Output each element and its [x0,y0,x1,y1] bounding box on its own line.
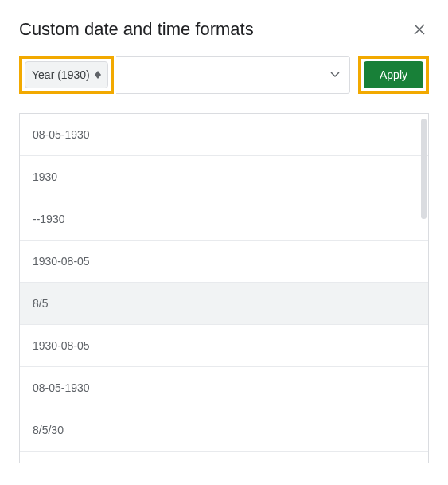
format-list-container: 08-05-19301930--19301930-08-058/51930-08… [19,113,429,463]
format-option[interactable]: 8/5/30 [20,409,428,452]
token-highlight: Year (1930) [19,56,114,94]
format-option[interactable]: 08-05-1930 [20,367,428,409]
close-button[interactable] [410,20,429,39]
close-icon [413,23,426,36]
format-option[interactable]: --1930 [20,198,428,241]
apply-highlight: Apply [358,56,429,94]
updown-icon [95,71,101,79]
token-label: Year (1930) [32,68,90,81]
format-option[interactable]: 1930-08-05 [20,325,428,367]
apply-button[interactable]: Apply [364,61,423,88]
year-token-chip[interactable]: Year (1930) [25,61,108,88]
format-input-dropdown[interactable] [116,56,350,94]
dialog-title: Custom date and time formats [19,19,254,40]
format-list: 08-05-19301930--19301930-08-058/51930-08… [20,114,428,452]
scrollbar-thumb[interactable] [421,119,427,219]
chevron-down-icon [330,72,340,78]
format-option[interactable]: 08-05-1930 [20,114,428,156]
format-option[interactable]: 8/5 [20,283,428,325]
format-option[interactable]: 1930 [20,156,428,198]
format-option[interactable]: 1930-08-05 [20,241,428,283]
